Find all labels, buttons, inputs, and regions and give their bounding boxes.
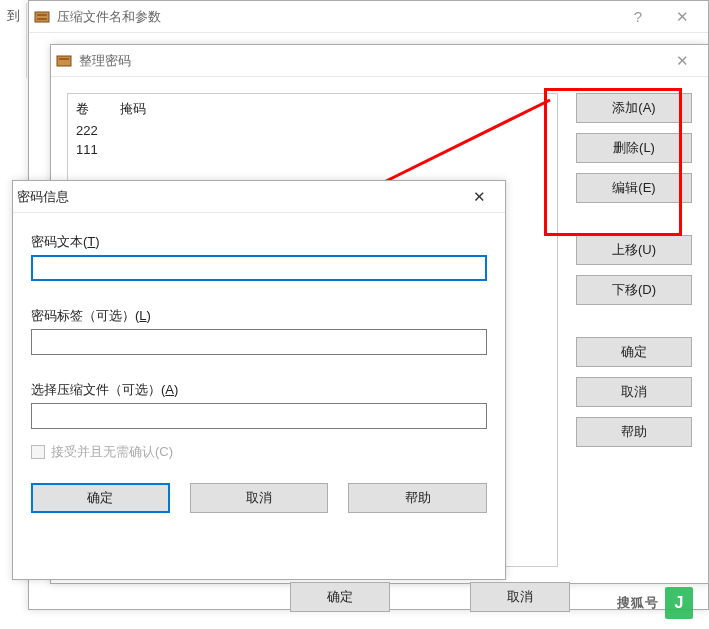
watermark: 搜狐号 J (617, 587, 693, 619)
password-info-window: 密码信息 ✕ 密码文本(T) 密码标签（可选）(L) 选择压缩文件（可选）(A)… (12, 180, 506, 580)
password-text-input[interactable] (31, 255, 487, 281)
sohu-icon: J (665, 587, 693, 619)
col-mask: 掩码 (120, 100, 146, 118)
svg-rect-4 (59, 58, 69, 60)
col-volume: 卷 (76, 100, 110, 118)
help-button[interactable]: 帮助 (576, 417, 692, 447)
down-button[interactable]: 下移(D) (576, 275, 692, 305)
edit-button[interactable]: 编辑(E) (576, 173, 692, 203)
password-text-label: 密码文本(T) (31, 233, 487, 251)
winrar-icon (55, 52, 73, 70)
archive-select-label: 选择压缩文件（可选）(A) (31, 381, 487, 399)
svg-rect-2 (37, 18, 47, 20)
titlebar: 密码信息 ✕ (13, 181, 505, 213)
checkbox-box (31, 445, 45, 459)
checkbox-label: 接受并且无需确认(C) (51, 443, 173, 461)
help-button[interactable]: ? (616, 2, 660, 32)
button-column: 添加(A) 删除(L) 编辑(E) 上移(U) 下移(D) 确定 取消 帮助 (576, 93, 692, 567)
winrar-icon (33, 8, 51, 26)
archive-select-input[interactable] (31, 403, 487, 429)
add-button[interactable]: 添加(A) (576, 93, 692, 123)
close-button[interactable]: ✕ (660, 46, 704, 76)
dialog-buttons: 确定 取消 帮助 (31, 461, 487, 513)
cancel-button[interactable]: 取消 (470, 582, 570, 612)
list-item[interactable]: 222 (76, 121, 549, 140)
accept-no-confirm-checkbox[interactable]: 接受并且无需确认(C) (31, 443, 487, 461)
help-button[interactable]: 帮助 (348, 483, 487, 513)
close-button[interactable]: ✕ (457, 182, 501, 212)
list-header: 卷 掩码 (76, 98, 549, 121)
password-label-input[interactable] (31, 329, 487, 355)
cancel-button[interactable]: 取消 (190, 483, 329, 513)
titlebar: 压缩文件名和参数 ? ✕ (29, 1, 708, 33)
svg-rect-1 (37, 14, 47, 16)
svg-rect-3 (57, 56, 71, 66)
parent-dialog-buttons: 确定 取消 (290, 582, 570, 612)
ok-button[interactable]: 确定 (576, 337, 692, 367)
window-title: 压缩文件名和参数 (57, 8, 616, 26)
titlebar: 整理密码 ✕ (51, 45, 708, 77)
window-title: 整理密码 (79, 52, 660, 70)
delete-button[interactable]: 删除(L) (576, 133, 692, 163)
edge-snippet: 到 (0, 3, 27, 78)
list-item[interactable]: 111 (76, 140, 549, 159)
ok-button[interactable]: 确定 (290, 582, 390, 612)
svg-rect-0 (35, 12, 49, 22)
up-button[interactable]: 上移(U) (576, 235, 692, 265)
window-title: 密码信息 (17, 188, 457, 206)
ok-button[interactable]: 确定 (31, 483, 170, 513)
password-label-label: 密码标签（可选）(L) (31, 307, 487, 325)
cancel-button[interactable]: 取消 (576, 377, 692, 407)
close-button[interactable]: ✕ (660, 2, 704, 32)
